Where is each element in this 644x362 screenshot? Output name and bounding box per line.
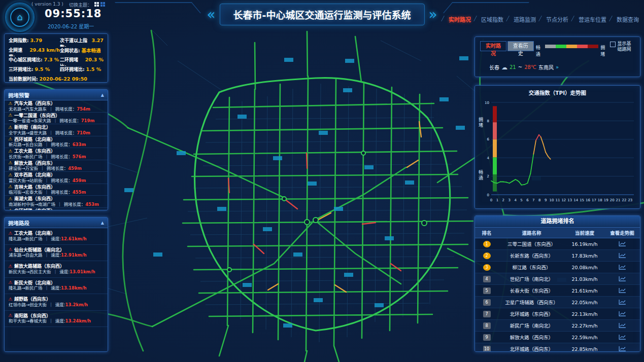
warning-list-item[interactable]: ⚠ 解放大路（西向东） 建设街→万宝街｜拥堵长度：459m [5,160,108,172]
svg-text:10: 10 [550,198,554,202]
nav-item[interactable]: 营运车位置 [579,15,606,23]
rank-badge: 5 [483,287,491,294]
nav-item[interactable]: 实时路况 [449,15,471,23]
road-name: 双丰西路（北向南） [14,172,55,178]
congested-segments-panel: 拥堵路段 ▲ ⚠ 工农大路（北向南） 隆礼路→新民广场｜速度:12.61km/h… [4,217,108,352]
congestion-list-item[interactable]: ⚠ 新民大街（北向南） 隆礼路→新民广场｜速度:13.18km/h [5,278,108,295]
metric-value: 754m [77,106,90,112]
data-time-row: 当前数据时间: 2020-06-22 09:50 [9,76,104,84]
header-decoration-right [443,2,529,13]
congestion-list-item[interactable]: ⚠ 仙台大街辅路（南向北） 浦东路→自由大路｜速度:12.91km/h [5,245,108,262]
road-name: 仙台大街辅路（南向北） [14,247,64,253]
warning-list-item[interactable]: ⚠ 新明街（南向北） 全宇大路→盛世大路｜拥堵长度：710m [5,124,108,136]
warning-panel-title: 拥堵预警 [8,91,29,99]
svg-text:17: 17 [592,198,596,202]
svg-text:12: 12 [561,198,566,202]
stat-value: 3.27 [92,38,104,43]
trend-chart-icon[interactable] [619,322,626,328]
home-button[interactable]: ⌂ [5,3,35,32]
rank-badge: 1 [483,241,491,247]
road-name: 南湖大路（东向西） [14,196,55,202]
metric-label: 拥堵长度： [64,202,86,207]
warning-list-item[interactable]: ⚠ 双丰西路（北向南） 富民大街→站前街｜拥堵长度：459m [5,172,108,184]
ranking-row[interactable]: 6 卫星广场辅路（西向东） 22.05km/h [475,297,640,308]
congestion-list-item[interactable]: ⚠ 越野路（西向东） 红领巾路→创业大街｜速度:13.2km/h [5,294,108,311]
warning-icon: ⚠ [8,185,12,189]
stat-label: 全网状态: [60,47,80,54]
congestion-list-item[interactable]: ⚠ 南阳路（东向西） 和平大街→春城大街｜速度:13.24km/h [5,311,108,328]
warning-list-item[interactable]: ⚠ 工农大路（东向西） 长庆街→新民广场｜拥堵长度：576m [5,148,108,160]
road-segment: 红领巾路→创业大街 [9,302,47,307]
tab-live-traffic[interactable]: 实时路况 [480,41,506,51]
collapse-arrow-icon[interactable]: ▲ [101,221,104,225]
svg-text:13: 13 [567,198,572,202]
ranking-row[interactable]: 5 长春大街（东向西） 21.61km/h [475,285,640,297]
stat-label: 中心城区拥堵比: [9,56,43,63]
trend-chart-icon[interactable] [619,287,626,293]
theme-blue-icon[interactable] [100,2,105,7]
separator: ｜ [45,190,49,195]
metric-label: 拥堵长度： [51,154,73,159]
nav-item[interactable]: 道路监测 [514,15,536,23]
ranking-row[interactable]: 2 长新东路（西向东） 17.83km/h [475,250,640,262]
theme-light-icon[interactable] [94,2,99,7]
ranking-row[interactable]: 4 世纪广场（南向北） 21.03km/h [475,273,640,285]
col-header-rank: 排名 [475,229,498,236]
trend-chart-icon[interactable] [619,276,626,281]
trend-chart-icon[interactable] [619,299,626,305]
warning-list-item[interactable]: ⚠ 西环城路（北向南） 新月路→长白公路｜拥堵长度：633m [5,136,108,149]
ranking-row[interactable]: 1 三零二国道（东向西） 16.19km/h [475,238,640,250]
clock: 09:55:18 [45,8,101,20]
ranking-row[interactable]: 3 柳江路（东向西） 20.08km/h [475,262,640,273]
weather-more-link[interactable]: » [556,64,559,70]
trend-chart-icon[interactable] [619,241,626,246]
nav-item[interactable]: 区域指数 [481,15,503,23]
ranked-road-speed: 22.05km/h [565,300,604,305]
trend-chart-icon[interactable] [619,311,626,316]
ranking-row[interactable]: 10 北环城路（西向东） 22.85km/h [475,343,640,352]
svg-text:0: 0 [487,193,489,197]
ranked-road-speed: 16.19km/h [565,241,604,247]
road-name: 北环城路（东向西） [14,208,55,210]
ranked-road-name: 长新东路（西向东） [498,252,565,259]
svg-text:0: 0 [490,198,492,202]
warning-icon: ⚠ [8,173,12,177]
road-name: 新明街（南向北） [14,125,51,130]
trend-chart-icon[interactable] [619,252,626,258]
metric-label: 速度: [59,269,70,274]
nav-item[interactable]: 数据查询 [617,15,639,23]
trend-chart-icon[interactable] [619,334,626,340]
road-segment: 富民大街→站前街 [9,178,43,183]
ranking-row[interactable]: 9 解放大路（西向东） 22.59km/h [475,332,640,343]
warning-list-item[interactable]: ⚠ 一零二国道（东向西） 一零一省道→东荣大路｜拥堵长度：719m [5,113,108,125]
svg-text:8: 8 [487,119,489,123]
metric-value: 12.61km/h [61,236,87,241]
tab-view-history[interactable]: 查看历史 [507,41,534,51]
banner-right-decoration [428,8,437,22]
show-base-network-toggle[interactable]: 显示基础路网 [610,41,635,53]
ranking-row[interactable]: 8 新民广场（南向北） 22.27km/h [475,320,640,332]
col-header-speed: 当前速度 [565,229,604,236]
trend-chart-icon[interactable] [619,264,626,270]
nav-item[interactable]: 节点分析 [546,15,568,23]
warning-list-item[interactable]: ⚠ 汽车大路（西向东） 无名路→汽车大路东｜拥堵长度：754m [5,100,108,113]
metric-label: 拥堵长度： [47,166,69,171]
rank-badge: 2 [483,252,491,259]
ylabel-jam: 拥堵 [478,117,484,128]
congestion-list-item[interactable]: ⚠ 工农大路（北向南） 隆礼路→新民广场｜速度:12.61km/h [5,228,108,245]
congestion-list-item[interactable]: ⚠ 解放大路辅路（东向西） 新民大街→西民主大街｜速度:13.01km/h [5,261,108,278]
congestion-panel-title: 拥堵路段 [8,219,29,227]
metric-label: 速度: [55,318,65,323]
separator: ｜ [53,269,58,274]
stat-item: 次干道以上指数: 3.27 [60,37,104,47]
trend-chart-icon[interactable] [619,346,626,351]
collapse-arrow-icon[interactable]: ▲ [101,93,104,97]
warning-list-item[interactable]: ⚠ 北环城路（东向西） 北人民大街→北凯旋路｜拥堵长度：436m [5,208,108,210]
ranking-row[interactable]: 7 北环城路（东向西） 22.13km/h [475,308,640,320]
stats-grid: 全网指数: 3.79 次干道以上指数: 3.27 全网速度: 29.43 km/… [9,37,104,76]
rank-badge: 10 [483,346,491,352]
warning-list-item[interactable]: ⚠ 吉林大路（东向西） 临河街→宏泰大街｜拥堵长度：455m [5,184,108,196]
separator: ｜ [45,285,49,291]
data-time-label: 当前数据时间: [9,76,38,82]
warning-list-item[interactable]: ⚠ 南湖大路（东向西） 南湖新村中街→南湖广场｜拥堵长度：453m [5,196,108,208]
